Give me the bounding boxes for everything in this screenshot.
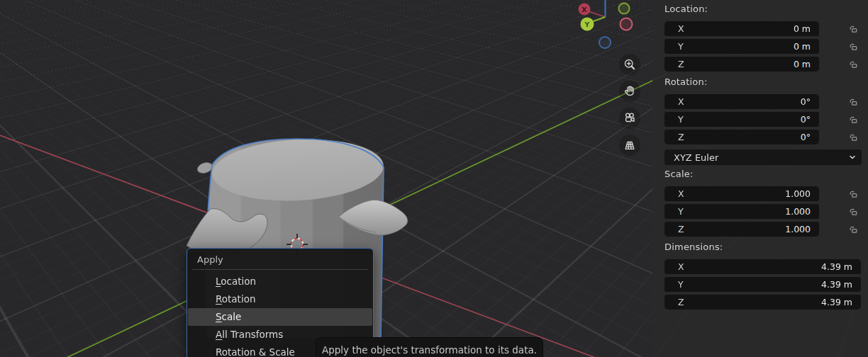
axis-label: Z: [664, 297, 684, 307]
scale-x-field[interactable]: X1.000: [664, 186, 819, 201]
gizmo-neg-x-ball[interactable]: [621, 18, 633, 30]
axis-label: X: [664, 23, 684, 34]
axis-label: Y: [664, 41, 684, 52]
location-z-field[interactable]: Z0 m: [664, 57, 819, 72]
section-scale: Scale: X1.000 Y1.000 Z1.000: [664, 168, 868, 239]
gizmo-neg-y-ball[interactable]: [619, 4, 630, 14]
scale-y-lock-button[interactable]: [846, 205, 860, 219]
field-value: 4.39 m: [821, 279, 861, 290]
section-title: Dimensions:: [664, 241, 868, 254]
rotation-mode-dropdown[interactable]: XYZ Euler: [664, 149, 862, 165]
section-title: Rotation:: [664, 76, 868, 89]
location-y-field[interactable]: Y0 m: [664, 39, 819, 54]
menu-item-rotation[interactable]: Rotation: [188, 290, 372, 308]
axis-label: Z: [664, 132, 684, 142]
blender-window: X Y: [0, 0, 868, 357]
field-value: 4.39 m: [821, 297, 861, 307]
section-dimensions: Dimensions: X4.39 m Y4.39 m Z4.39 m: [664, 241, 868, 312]
zoom-icon: [623, 57, 637, 72]
gizmo-neg-z-ball[interactable]: [599, 37, 611, 48]
unlock-icon: [848, 96, 859, 107]
tooltip: Apply the object's transformation to its…: [316, 337, 543, 357]
rotation-x-field[interactable]: X0°: [664, 94, 819, 109]
scale-z-field[interactable]: Z1.000: [664, 222, 819, 237]
gizmo-y-ball[interactable]: Y: [581, 18, 594, 31]
zoom-tool-button[interactable]: [619, 54, 640, 75]
unlock-icon: [848, 59, 859, 69]
axis-label: Y: [664, 279, 684, 290]
unlock-icon: [848, 132, 859, 142]
field-value: 0°: [801, 132, 819, 142]
axis-label: X: [664, 96, 684, 107]
menu-item-scale[interactable]: Scale: [188, 308, 372, 326]
dimensions-x-field[interactable]: X4.39 m: [664, 259, 861, 274]
unlock-icon: [848, 41, 859, 52]
location-y-lock-button[interactable]: [846, 40, 860, 54]
scale-z-lock-button[interactable]: [846, 222, 860, 237]
field-value: 1.000: [785, 188, 819, 199]
unlock-icon: [848, 188, 859, 199]
rotation-y-field[interactable]: Y0°: [664, 112, 819, 127]
rotation-y-lock-button[interactable]: [846, 113, 860, 127]
navigation-gizmo[interactable]: X Y: [572, 0, 645, 55]
pan-tool-button[interactable]: [619, 81, 640, 102]
section-title: Scale:: [664, 168, 868, 181]
unlock-icon: [848, 23, 859, 34]
camera-view-icon: [623, 111, 637, 125]
field-value: 0°: [801, 96, 819, 107]
perspective-grid-icon: [623, 138, 637, 152]
gizmo-x-ball[interactable]: X: [579, 4, 591, 16]
scale-y-field[interactable]: Y1.000: [664, 204, 819, 219]
rotation-x-lock-button[interactable]: [846, 95, 860, 109]
field-value: 0 m: [794, 41, 819, 52]
axis-label: Y: [664, 114, 684, 125]
perspective-toggle-button[interactable]: [619, 135, 640, 156]
section-title: Location:: [664, 3, 868, 16]
dimensions-y-field[interactable]: Y4.39 m: [664, 277, 861, 292]
section-location: Location: X0 m Y0 m Z0 m: [664, 3, 868, 74]
chevron-down-icon: [848, 153, 857, 162]
field-value: 0 m: [794, 59, 819, 69]
rotation-mode-value: XYZ Euler: [664, 152, 718, 163]
axis-label: X: [664, 188, 684, 199]
location-x-field[interactable]: X0 m: [664, 21, 819, 36]
scale-x-lock-button[interactable]: [846, 187, 860, 201]
section-rotation: Rotation: X0° Y0° Z0° XYZ Euler: [664, 76, 868, 165]
axis-label: Y: [664, 206, 684, 217]
menu-separator: [192, 269, 368, 270]
unlock-icon: [848, 206, 859, 217]
axis-label: Z: [664, 224, 684, 234]
camera-view-button[interactable]: [619, 108, 640, 129]
field-value: 0°: [801, 114, 819, 125]
svg-text:Y: Y: [584, 21, 590, 28]
axis-label: X: [664, 261, 684, 272]
rotation-z-field[interactable]: Z0°: [664, 130, 819, 144]
tooltip-text: Apply the object's transformation to its…: [322, 344, 537, 357]
transform-sidebar-panel: Location: X0 m Y0 m Z0 m Rotation: X0° Y…: [652, 0, 868, 357]
field-value: 0 m: [794, 23, 819, 34]
location-z-lock-button[interactable]: [846, 57, 860, 72]
axis-label: Z: [664, 59, 684, 69]
field-value: 4.39 m: [821, 261, 861, 272]
rotation-z-lock-button[interactable]: [846, 130, 860, 144]
menu-item-location[interactable]: Location: [188, 273, 372, 290]
unlock-icon: [848, 114, 859, 125]
unlock-icon: [848, 224, 859, 234]
location-x-lock-button[interactable]: [846, 22, 860, 36]
pan-hand-icon: [623, 84, 637, 98]
menu-title: Apply: [187, 249, 373, 268]
dimensions-z-field[interactable]: Z4.39 m: [664, 295, 861, 310]
field-value: 1.000: [785, 224, 819, 234]
svg-text:X: X: [582, 6, 587, 13]
field-value: 1.000: [785, 206, 819, 217]
